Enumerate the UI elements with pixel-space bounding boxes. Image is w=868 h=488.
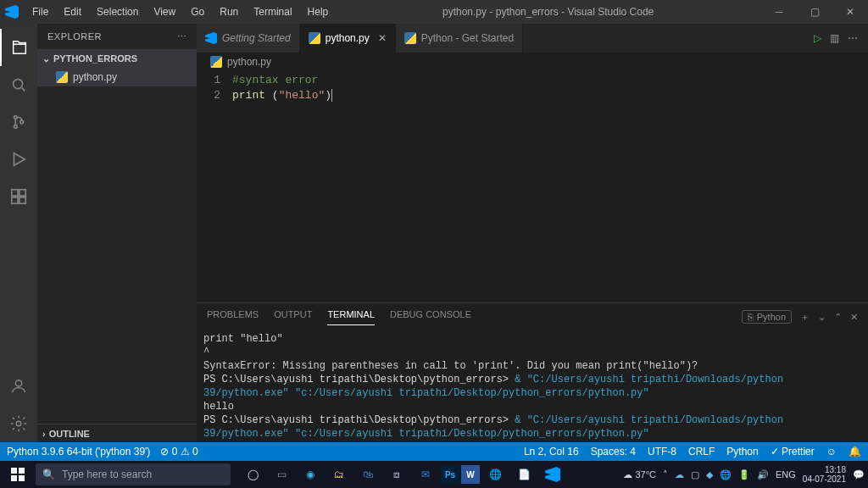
status-language[interactable]: Python <box>726 446 758 458</box>
file-explorer-icon[interactable]: 🗂 <box>326 461 353 488</box>
menu-view[interactable]: View <box>147 3 182 21</box>
window-controls: ─ ▢ ✕ <box>761 0 868 24</box>
menu-bar: File Edit Selection View Go Run Terminal… <box>25 3 335 21</box>
svg-point-3 <box>20 120 24 124</box>
line-number: 1 <box>197 73 220 88</box>
panel-tab-debug-console[interactable]: DEBUG CONSOLE <box>390 309 471 324</box>
chrome-icon[interactable]: 🌐 <box>481 461 509 488</box>
run-file-icon[interactable]: ▷ <box>814 32 821 44</box>
store-icon[interactable]: 🛍 <box>354 461 381 488</box>
weather-widget[interactable]: ☁ 37°C <box>623 469 656 480</box>
taskbar-search[interactable]: 🔍 Type here to search <box>36 463 231 485</box>
svg-rect-13 <box>19 475 25 481</box>
breadcrumb[interactable]: python.py <box>197 53 868 71</box>
menu-help[interactable]: Help <box>301 3 336 21</box>
notepad-icon[interactable]: 📄 <box>510 461 537 488</box>
status-eol[interactable]: CRLF <box>688 446 715 458</box>
status-prettier[interactable]: ✓ Prettier <box>771 446 815 458</box>
file-tree-item[interactable]: python.py <box>37 68 197 86</box>
tray-network-icon[interactable]: 🌐 <box>720 469 732 480</box>
python-file-icon <box>210 56 222 68</box>
error-count: 0 <box>172 446 178 458</box>
menu-go[interactable]: Go <box>184 3 211 21</box>
source-control-activity-icon[interactable] <box>0 103 37 141</box>
status-problems[interactable]: ⊘ 0 ⚠ 0 <box>160 446 198 458</box>
tray-action-center-icon[interactable]: 💬 <box>853 469 865 480</box>
panel-tab-terminal[interactable]: TERMINAL <box>327 309 375 325</box>
tab-getting-started[interactable]: Getting Started <box>197 24 300 53</box>
tray-battery-icon[interactable]: 🔋 <box>738 469 750 480</box>
status-notifications-icon[interactable]: 🔔 <box>849 446 861 458</box>
code-string: "hello" <box>279 89 326 102</box>
vscode-taskbar-icon[interactable] <box>539 461 566 488</box>
explorer-activity-icon[interactable] <box>0 29 37 66</box>
accounts-activity-icon[interactable] <box>0 368 37 405</box>
search-activity-icon[interactable] <box>0 66 37 103</box>
panel-tab-output[interactable]: OUTPUT <box>274 309 312 324</box>
menu-terminal[interactable]: Terminal <box>247 3 298 21</box>
word-icon[interactable]: W <box>461 465 480 484</box>
tab-python-get-started[interactable]: Python - Get Started <box>396 24 523 53</box>
menu-file[interactable]: File <box>25 3 55 21</box>
terminal-shell-selector[interactable]: ⎘ Python <box>742 310 792 324</box>
warning-icon: ⚠ <box>181 446 190 458</box>
svg-point-8 <box>15 380 21 386</box>
menu-edit[interactable]: Edit <box>57 3 88 21</box>
tray-sound-icon[interactable]: 🔊 <box>757 469 769 480</box>
svg-point-0 <box>14 80 23 89</box>
terminal-output[interactable]: print "hello" ^SyntaxError: Missing pare… <box>197 330 868 442</box>
sidebar-more-icon[interactable]: ⋯ <box>177 31 187 42</box>
menu-run[interactable]: Run <box>213 3 245 21</box>
error-icon: ⊘ <box>160 446 169 458</box>
vscode-icon <box>205 32 217 44</box>
search-icon: 🔍 <box>42 469 55 480</box>
taskbar-clock[interactable]: 13:18 04-07-2021 <box>803 465 846 484</box>
maximize-panel-icon[interactable]: ⌃ <box>834 312 842 323</box>
run-debug-activity-icon[interactable] <box>0 141 37 178</box>
minimize-button[interactable]: ─ <box>761 0 797 24</box>
breadcrumb-file: python.py <box>227 56 271 68</box>
python-file-icon <box>56 71 68 83</box>
close-button[interactable]: ✕ <box>832 0 868 24</box>
svg-point-1 <box>14 116 18 119</box>
close-icon[interactable]: ✕ <box>378 32 387 44</box>
editor-actions: ▷ ▥ ⋯ <box>804 24 868 53</box>
status-spaces[interactable]: Spaces: 4 <box>591 446 636 458</box>
tray-meet-now-icon[interactable]: ▢ <box>691 469 699 480</box>
tray-show-hidden-icon[interactable]: ˄ <box>663 469 668 480</box>
tray-something-icon[interactable]: ◆ <box>706 469 713 480</box>
panel-tab-problems[interactable]: PROBLEMS <box>207 309 259 324</box>
photoshop-icon[interactable]: Ps <box>441 465 459 484</box>
tab-python-py[interactable]: python.py ✕ <box>300 24 396 53</box>
title-bar: File Edit Selection View Go Run Terminal… <box>0 0 868 24</box>
outlook-icon[interactable]: ✉ <box>412 461 439 488</box>
menu-selection[interactable]: Selection <box>90 3 145 21</box>
split-terminal-splitdown-icon[interactable]: ⌄ <box>818 312 826 323</box>
settings-activity-icon[interactable] <box>0 405 37 442</box>
workspace-folder-header[interactable]: ⌄ PYTHON_ERRORS <box>37 49 197 68</box>
svg-rect-6 <box>12 197 18 203</box>
outline-section-header[interactable]: › OUTLINE <box>37 424 197 442</box>
code-editor[interactable]: 1 2 #syntax errorprint ("hello") <box>197 71 868 302</box>
explorer-sidebar: EXPLORER ⋯ ⌄ PYTHON_ERRORS python.py › O… <box>37 24 197 442</box>
start-button[interactable] <box>3 461 32 488</box>
status-feedback-icon[interactable]: ☺ <box>826 446 837 458</box>
split-editor-icon[interactable]: ▥ <box>830 32 839 44</box>
status-encoding[interactable]: UTF-8 <box>648 446 676 458</box>
code-content[interactable]: #syntax errorprint ("hello") <box>232 73 868 302</box>
new-terminal-icon[interactable]: ＋ <box>800 311 810 324</box>
maximize-button[interactable]: ▢ <box>797 0 832 24</box>
task-view-icon[interactable]: ▭ <box>268 461 295 488</box>
status-python-interpreter[interactable]: Python 3.9.6 64-bit ('python 39') <box>7 446 150 458</box>
extensions-activity-icon[interactable] <box>0 178 37 215</box>
status-ln-col[interactable]: Ln 2, Col 16 <box>524 446 579 458</box>
tray-onedrive-icon[interactable]: ☁ <box>675 469 684 480</box>
close-panel-icon[interactable]: ✕ <box>850 312 858 323</box>
sidebar-header: EXPLORER ⋯ <box>37 24 197 49</box>
edge-icon[interactable]: ◉ <box>297 461 324 488</box>
dropbox-icon[interactable]: ⧈ <box>383 461 410 488</box>
more-actions-icon[interactable]: ⋯ <box>848 32 858 44</box>
cortana-icon[interactable]: ◯ <box>239 461 266 488</box>
tray-language[interactable]: ENG <box>776 469 796 480</box>
prettier-label: Prettier <box>782 446 815 458</box>
